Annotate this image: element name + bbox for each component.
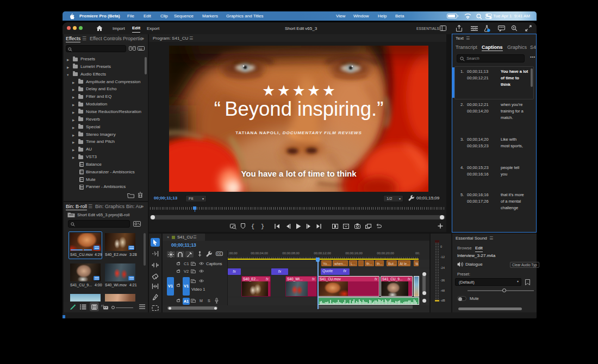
svg-text:{: { [251, 224, 254, 230]
svg-text:32: 32 [139, 47, 142, 51]
svg-text:}: } [261, 224, 264, 230]
